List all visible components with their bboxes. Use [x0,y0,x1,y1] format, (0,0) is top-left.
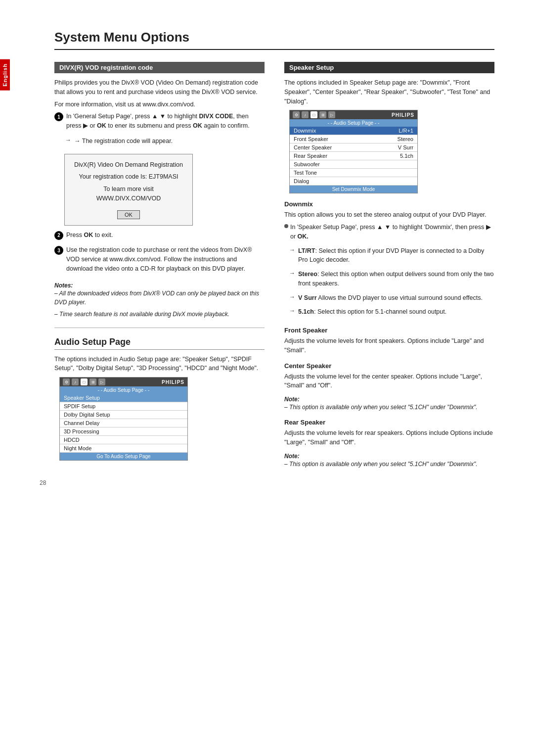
audio-icon: ♪ [72,378,79,385]
row-label: SPDIF Setup [64,403,95,409]
rear-note-section: Note: – This option is available only wh… [284,452,494,469]
ok-button[interactable]: OK [117,210,140,219]
arrow-icon-4: → [289,307,296,314]
row-value: V Surr [398,144,413,150]
rear-speaker-header: Rear Speaker [284,419,494,426]
step3-circle: 3 [54,246,63,255]
right-column: Speaker Setup The options included in Sp… [284,62,494,472]
audio-setup-intro: The options included in Audio Setup page… [54,355,265,374]
step1-item: 1 In 'General Setup Page', press ▲ ▼ to … [54,112,265,134]
row-label: 3D Processing [64,428,99,434]
screen-topbar: ⚙ ♪ □ ⊞ ▷ PHILIPS [60,378,187,386]
row-label: Dialog [294,178,309,184]
screen-row-rear: Rear Speaker 5.1ch [290,152,417,160]
row-label: Center Speaker [294,144,332,150]
screen-icons-2: ⚙ ♪ □ ⊞ ▷ [293,111,335,118]
screen-icon-2: □ [311,111,317,118]
rear-speaker-subsection: Rear Speaker Adjusts the volume levels f… [284,419,494,469]
row-label: Dolby Digital Setup [64,412,110,418]
note2: – Time search feature is not available d… [54,310,265,319]
page-number: 28 [40,479,46,486]
screen-footer-2: Set Downmix Mode [290,186,417,193]
step1-arrow: → → The registration code will appear. [65,137,265,149]
row-value: L/R+1 [399,128,413,134]
center-speaker-header: Center Speaker [284,362,494,370]
arrow-icon: → [65,137,72,143]
audio-setup-screen: ⚙ ♪ □ ⊞ ▷ PHILIPS - - Audio Setup Page -… [59,377,188,461]
center-note-text: – This option is available only when you… [284,403,494,412]
philips-logo-2: PHILIPS [392,112,414,118]
arrow-icon-1: → [289,246,296,253]
downmix-arrow4: → 5.1ch: Select this option for 5.1-chan… [289,307,494,320]
screen-row-sub: Subwoofer [290,160,417,169]
language-tab: English [0,59,10,91]
arrow-right-icon: ▷ [98,378,105,385]
screen-row-dialog: Dialog [290,177,417,186]
audio-setup-header: Audio Setup Page [54,337,265,350]
center-note-label: Note: [284,396,300,403]
downmix-arrow2: → Stereo: Select this option when output… [289,270,494,291]
screen-row-test: Test Tone [290,169,417,177]
settings-icon: ⚙ [63,378,70,385]
downmix-arrow3-text: V Surr Allows the DVD player to use virt… [298,293,483,303]
row-label: Rear Speaker [294,153,327,159]
screen-row-hdcd: HDCD [60,436,187,444]
divx-box-line2: Your registration code Is: EJT9MASI [73,172,184,182]
speaker-setup-intro: The options included in Speaker Setup pa… [284,78,494,106]
divx-box: DivX(R) Video On Demand Registration You… [64,154,193,226]
arrow-right-icon-2: ▷ [328,111,335,118]
center-note-section: Note: – This option is available only wh… [284,395,494,412]
rear-note-text: – This option is available only when you… [284,460,494,469]
screen-row-front: Front Speaker Stereo [290,135,417,143]
notes-label: Notes: [54,282,73,289]
center-speaker-desc: Adjusts the volume level for the center … [284,372,494,391]
front-speaker-desc: Adjusts the volume levels for front spea… [284,336,494,355]
divx-box-line3: To learn more visit WWW.DIVX.COM/VOD [73,185,184,203]
divx-intro: Philips provides you the DivX® VOD (Vide… [54,78,265,97]
screen-row-speaker-setup: Speaker Setup [60,394,187,402]
main-content: DIVX(R) VOD registration code Philips pr… [54,62,494,472]
notes-section: Notes: – All the downloaded videos from … [54,282,265,319]
divx-box-line1: DivX(R) Video On Demand Registration [73,160,184,170]
divx-section-header: DIVX(R) VOD registration code [54,62,265,73]
row-label: Test Tone [294,170,317,176]
divx-visit: For more information, visit us at www.di… [54,100,265,109]
step2-circle: 2 [54,231,63,240]
downmix-desc: This option allows you to set the stereo… [284,210,494,220]
downmix-step-text: In 'Speaker Setup Page', press ▲ ▼ to hi… [290,223,494,241]
front-speaker-header: Front Speaker [284,327,494,334]
downmix-arrow3: → V Surr Allows the DVD player to use vi… [289,293,494,306]
arrow-icon-2: → [289,270,296,277]
step3-item: 3 Use the registration code to purchase … [54,245,265,276]
screen-row-3d: 3D Processing [60,427,187,436]
center-speaker-subsection: Center Speaker Adjusts the volume level … [284,362,494,412]
philips-logo: PHILIPS [162,379,184,385]
screen-row-channel: Channel Delay [60,419,187,427]
grid-icon-2: ⊞ [319,111,326,118]
speaker-setup-header: Speaker Setup [284,62,494,73]
note1: – All the downloaded videos from DivX® V… [54,289,265,307]
step1-text: In 'General Setup Page', press ▲ ▼ to hi… [66,112,265,131]
row-label: Front Speaker [294,136,328,142]
divx-section: DIVX(R) VOD registration code Philips pr… [54,62,265,319]
row-value: Stereo [398,136,413,142]
screen-topbar-2: ⚙ ♪ □ ⊞ ▷ PHILIPS [290,110,417,119]
downmix-header: Downmix [284,200,494,208]
screen-row-downmix: Downmix L/R+1 [290,127,417,135]
audio-icon-2: ♪ [302,111,309,118]
page: English System Menu Options DIVX(R) VOD … [0,0,534,501]
front-speaker-subsection: Front Speaker Adjusts the volume levels … [284,327,494,355]
screen-row-center: Center Speaker V Surr [290,143,417,152]
left-column: DIVX(R) VOD registration code Philips pr… [54,62,265,472]
speaker-setup-section: Speaker Setup The options included in Sp… [284,62,494,469]
step2-item: 2 Press OK to exit. [54,231,265,243]
arrow-icon-3: → [289,293,296,300]
downmix-arrow4-text: 5.1ch: Select this option for 5.1-channe… [298,307,446,317]
step1-circle: 1 [54,112,63,121]
audio-setup-section: Audio Setup Page The options included in… [54,337,265,461]
divider [54,328,265,328]
step2-text: Press OK to exit. [66,231,113,240]
row-label: Channel Delay [64,420,99,426]
row-label: HDCD [64,437,80,443]
downmix-step: In 'Speaker Setup Page', press ▲ ▼ to hi… [284,223,494,244]
